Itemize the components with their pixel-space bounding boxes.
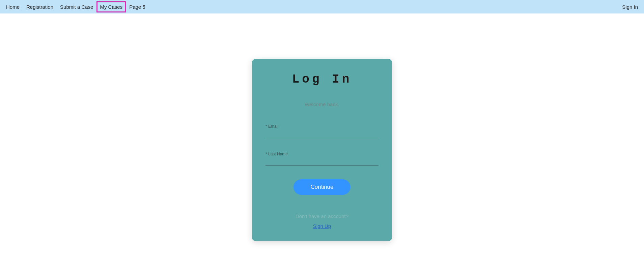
signup-link[interactable]: Sign Up <box>313 223 331 229</box>
nav-left: Home Registration Submit a Case My Cases… <box>3 1 149 12</box>
lastname-label: * Last Name <box>265 152 379 156</box>
signup-section: Don't have an account? Sign Up <box>265 213 379 229</box>
main-content: Log In Welcome back. * Email * Last Name… <box>0 13 644 241</box>
nav-item-my-cases[interactable]: My Cases <box>96 1 126 12</box>
nav-item-page-5[interactable]: Page 5 <box>126 1 149 12</box>
lastname-field[interactable] <box>265 158 379 166</box>
continue-button[interactable]: Continue <box>293 179 350 195</box>
email-field[interactable] <box>265 130 379 138</box>
nav-item-submit-case[interactable]: Submit a Case <box>57 1 96 12</box>
email-label: * Email <box>265 124 379 129</box>
email-group: * Email <box>265 124 379 138</box>
lastname-group: * Last Name <box>265 152 379 166</box>
login-title: Log In <box>265 72 379 86</box>
nav-item-home[interactable]: Home <box>3 1 23 12</box>
signup-prompt: Don't have an account? <box>265 213 379 219</box>
nav-right: Sign In <box>619 1 641 12</box>
login-card: Log In Welcome back. * Email * Last Name… <box>252 59 392 241</box>
login-subtitle: Welcome back. <box>265 101 379 107</box>
nav-sign-in[interactable]: Sign In <box>619 1 641 12</box>
nav-item-registration[interactable]: Registration <box>23 1 57 12</box>
navbar: Home Registration Submit a Case My Cases… <box>0 0 644 13</box>
